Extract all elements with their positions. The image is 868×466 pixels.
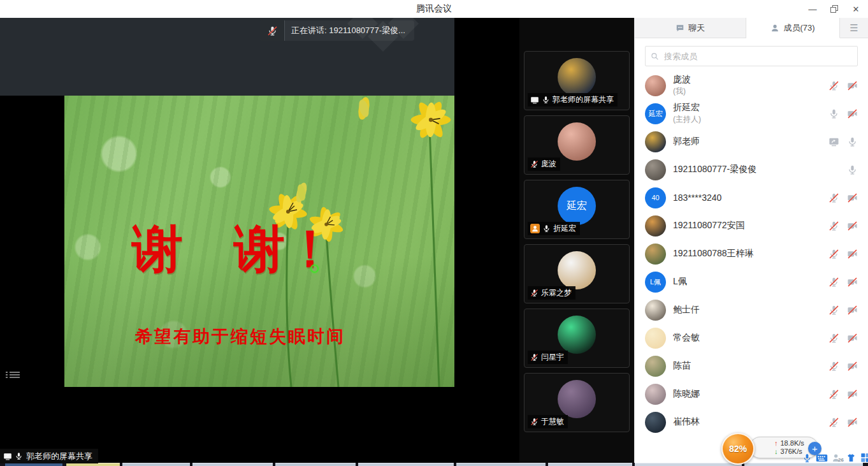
search-input[interactable] xyxy=(663,51,852,62)
member-person-icon xyxy=(770,24,779,33)
screen-share-icon xyxy=(828,136,839,147)
member-status-icons xyxy=(822,221,858,231)
slide-list-icon[interactable] xyxy=(6,370,20,381)
mic-on-icon xyxy=(542,224,551,233)
participant-tile[interactable]: 郭老师的屏幕共享 xyxy=(524,51,630,110)
chat-bubble-icon xyxy=(676,24,684,33)
minimize-button[interactable]: — xyxy=(802,0,823,18)
member-row[interactable]: 郭老师 xyxy=(635,127,868,156)
screen-share-source-label: 郭老师的屏幕共享 xyxy=(0,449,98,463)
mic-muted-icon xyxy=(828,333,839,344)
tile-name-label: 折延宏 xyxy=(528,222,580,235)
tab-chat[interactable]: 聊天 xyxy=(635,18,746,38)
slide-title: 谢 谢！ xyxy=(64,223,403,274)
member-avatar: 40 xyxy=(645,187,666,208)
participant-avatar: 延宏 xyxy=(558,187,596,225)
cam-off-icon xyxy=(847,277,858,288)
mic-muted-icon xyxy=(530,289,539,297)
tab-members-label: 成员(73) xyxy=(783,22,814,34)
download-arrow-icon: ↓ xyxy=(774,448,778,456)
laser-pointer-dot xyxy=(310,265,319,273)
cam-off-icon xyxy=(847,417,858,428)
member-row[interactable]: 40183****3240 xyxy=(635,184,868,212)
participant-tile[interactable]: 乐霖之梦 xyxy=(524,244,630,303)
ime-toolbox-grid-icon[interactable] xyxy=(860,453,868,463)
member-row[interactable]: 鲍士仟 xyxy=(635,296,868,324)
mic-muted-icon xyxy=(828,80,839,91)
cam-off-icon xyxy=(847,333,858,344)
member-status-icons xyxy=(822,417,858,428)
share-label-icons xyxy=(3,452,23,461)
mic-muted-icon xyxy=(530,418,539,426)
member-row[interactable]: 常会敏 xyxy=(635,324,868,352)
participant-tile[interactable]: 闫星宇 xyxy=(524,309,630,368)
member-row[interactable]: 19211080772安国 xyxy=(635,212,868,240)
net-speed-overlay: ↑ 18.8K/s ↓ 376K/s 82% + xyxy=(721,433,755,465)
cam-off-icon xyxy=(847,221,858,231)
mic-on-icon xyxy=(847,136,858,147)
member-avatar xyxy=(645,159,666,180)
ime-skin-tshirt-icon[interactable] xyxy=(846,453,857,463)
ime-keyboard-icon[interactable] xyxy=(816,453,828,463)
participant-tile[interactable]: 于慧敏 xyxy=(524,373,630,432)
panel-tabs: 聊天 成员(73) ☰ xyxy=(635,18,868,38)
share-label-text: 郭老师的屏幕共享 xyxy=(26,451,92,462)
restore-button[interactable] xyxy=(823,0,845,18)
participant-avatar xyxy=(558,251,596,289)
member-status-icons xyxy=(822,193,858,203)
member-avatar xyxy=(645,412,666,433)
mic-muted-icon xyxy=(530,160,539,168)
member-status-icons xyxy=(822,108,858,119)
mic-muted-icon xyxy=(828,277,839,288)
member-row[interactable]: 19211080777-梁俊俊 xyxy=(635,156,868,184)
ime-microphone-icon[interactable] xyxy=(802,453,812,463)
panel-menu-button[interactable]: ☰ xyxy=(840,18,868,38)
participant-tile[interactable]: 庞波 xyxy=(524,115,630,175)
participant-tile[interactable]: 延宏折延宏 xyxy=(524,180,630,239)
cam-off-icon xyxy=(847,193,858,203)
tencent-meeting-window: 腾讯会议 — ✕ xyxy=(0,0,868,466)
ime-person-badge-icon[interactable]: 26 xyxy=(832,453,842,463)
member-role: (主持人) xyxy=(673,114,815,125)
member-name: 郭老师 xyxy=(673,136,815,147)
member-name: 19211080777-梁俊俊 xyxy=(673,164,815,175)
member-name: 庞波 xyxy=(673,74,815,85)
member-row[interactable]: 19211080788王梓琳 xyxy=(635,240,868,268)
tile-name: 乐霖之梦 xyxy=(541,288,572,298)
member-name: 183****3240 xyxy=(673,193,815,203)
optimizer-ball[interactable]: 82% xyxy=(721,433,755,465)
ime-toolbar: 26 xyxy=(802,451,868,464)
member-row[interactable]: L佩L佩 xyxy=(635,268,868,296)
member-avatar xyxy=(645,328,666,349)
member-row[interactable]: 崔伟林 xyxy=(635,408,868,436)
speaker-mic-muted-icon xyxy=(260,20,285,41)
slide-subtitle: 希望有助于缩短失眠时间 xyxy=(64,325,416,348)
mic-muted-icon xyxy=(828,305,839,316)
member-name: 陈苗 xyxy=(673,360,815,372)
member-status-icons xyxy=(822,305,858,316)
mic-muted-icon xyxy=(828,417,839,428)
member-row[interactable]: 陈晓娜 xyxy=(635,380,868,408)
restore-icon xyxy=(830,5,838,13)
tile-name: 闫星宇 xyxy=(541,352,564,363)
member-status-icons xyxy=(822,361,858,372)
close-button[interactable]: ✕ xyxy=(845,0,867,18)
member-avatar: L佩 xyxy=(645,272,666,293)
member-row[interactable]: 延宏折延宏(主持人) xyxy=(635,99,868,127)
member-avatar xyxy=(645,356,666,377)
tab-members[interactable]: 成员(73) xyxy=(746,18,840,38)
upload-speed: 18.8K/s xyxy=(781,439,804,448)
member-name: 常会敏 xyxy=(673,332,815,344)
tab-chat-label: 聊天 xyxy=(688,22,705,34)
mic-on-icon xyxy=(542,96,550,104)
member-row[interactable]: 庞波(我) xyxy=(635,71,868,99)
member-status-icons xyxy=(822,389,858,400)
tile-name-label: 乐霖之梦 xyxy=(528,286,575,300)
titlebar: 腾讯会议 — ✕ xyxy=(0,0,868,18)
window-title: 腾讯会议 xyxy=(416,3,452,15)
side-panel: 聊天 成员(73) ☰ 庞波(我)延宏折延宏(主持人)郭老师1921108077… xyxy=(634,18,868,463)
screen-share-icon xyxy=(3,452,12,461)
member-row[interactable]: 陈苗 xyxy=(635,352,868,380)
member-name: 崔伟林 xyxy=(673,416,815,428)
tile-name: 于慧敏 xyxy=(541,416,564,427)
